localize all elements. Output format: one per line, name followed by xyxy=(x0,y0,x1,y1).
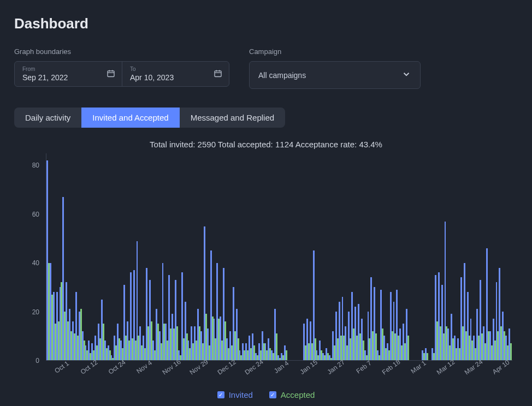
y-tick: 60 xyxy=(32,211,39,218)
x-tick: Oct 1 xyxy=(54,360,70,375)
plot-area xyxy=(46,153,512,361)
chart-summary: Total invited: 2590 Total accepted: 1124… xyxy=(14,140,518,149)
legend-invited-label: Invited xyxy=(229,390,253,399)
date-from-label: From xyxy=(22,66,115,72)
x-tick: Mar 12 xyxy=(435,358,456,376)
chevron-down-icon xyxy=(401,69,411,81)
legend-invited[interactable]: ✓ Invited xyxy=(217,390,253,399)
x-tick: Nov 29 xyxy=(188,358,210,377)
legend: ✓ Invited ✓ Accepted xyxy=(14,390,518,399)
campaign-label: Campaign xyxy=(249,47,421,56)
x-tick: Jan 27 xyxy=(326,358,346,376)
x-tick: Apr 10 xyxy=(491,359,511,376)
calendar-icon xyxy=(107,69,115,79)
x-tick: Dec 24 xyxy=(243,358,264,377)
x-tick: Oct 12 xyxy=(79,359,99,376)
legend-accepted-label: Accepted xyxy=(281,390,315,399)
y-tick: 20 xyxy=(32,308,39,316)
x-axis: Oct 1Oct 12Oct 24Nov 4Nov 16Nov 29Dec 12… xyxy=(46,361,512,385)
date-to[interactable]: To Apr 10, 2023 xyxy=(122,62,229,86)
svg-rect-1 xyxy=(215,70,221,76)
x-tick: Nov 16 xyxy=(161,358,182,377)
x-tick: Dec 12 xyxy=(216,358,237,377)
tab-2[interactable]: Messaged and Replied xyxy=(180,108,285,128)
campaign-value: All campaigns xyxy=(258,71,306,80)
svg-rect-0 xyxy=(108,70,114,76)
date-range: From Sep 21, 2022 To Apr 10, 2023 xyxy=(14,61,229,87)
checkbox-icon: ✓ xyxy=(217,391,224,398)
controls-row: Graph boundaries From Sep 21, 2022 To Ap… xyxy=(14,47,518,89)
tab-0[interactable]: Daily activity xyxy=(14,108,81,128)
page-title: Dashboard xyxy=(14,15,518,32)
bar-accepted xyxy=(510,343,512,360)
y-axis: 020406080 xyxy=(23,153,42,361)
y-tick: 80 xyxy=(32,162,39,169)
x-tick: Mar 1 xyxy=(410,359,428,375)
campaign-select[interactable]: All campaigns xyxy=(249,61,421,89)
bar-group xyxy=(509,153,512,360)
date-to-value: Apr 10, 2023 xyxy=(130,73,222,82)
chart: 020406080 Oct 1Oct 12Oct 24Nov 4Nov 16No… xyxy=(23,153,512,361)
x-tick: Oct 24 xyxy=(107,359,127,376)
legend-accepted[interactable]: ✓ Accepted xyxy=(269,390,315,399)
date-to-label: To xyxy=(130,66,222,72)
x-tick: Jan 4 xyxy=(273,359,290,375)
y-tick: 0 xyxy=(36,357,39,365)
x-tick: Feb 7 xyxy=(354,359,373,375)
checkbox-icon: ✓ xyxy=(269,391,276,398)
x-tick: Jan 15 xyxy=(299,358,319,376)
calendar-icon xyxy=(214,69,222,79)
x-tick: Mar 24 xyxy=(463,358,484,376)
date-from[interactable]: From Sep 21, 2022 xyxy=(15,62,122,86)
view-tabs: Daily activityInvited and AcceptedMessag… xyxy=(14,108,285,128)
x-tick: Feb 18 xyxy=(381,358,401,376)
campaign-group: Campaign All campaigns xyxy=(249,47,421,89)
boundaries-label: Graph boundaries xyxy=(14,47,229,56)
tab-1[interactable]: Invited and Accepted xyxy=(81,108,179,128)
y-tick: 40 xyxy=(32,259,39,267)
date-range-group: Graph boundaries From Sep 21, 2022 To Ap… xyxy=(14,47,229,89)
x-tick: Nov 4 xyxy=(135,359,153,375)
date-from-value: Sep 21, 2022 xyxy=(22,73,115,82)
